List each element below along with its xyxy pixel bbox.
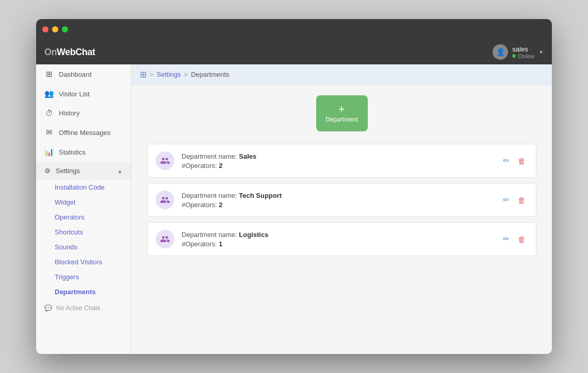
user-status: Online bbox=[512, 53, 534, 59]
delete-department-sales[interactable]: 🗑 bbox=[516, 154, 528, 167]
dept-name-value-sales: Sales bbox=[239, 152, 256, 160]
dept-ops-value-tech: 2 bbox=[219, 201, 222, 209]
no-chats-label: No Active Chats bbox=[56, 304, 100, 312]
dept-info-sales: Department name: Sales #Operators: 2 bbox=[182, 152, 494, 169]
group-icon-tech bbox=[160, 195, 170, 205]
dept-actions-logistics: ✏ 🗑 bbox=[501, 232, 528, 246]
status-indicator bbox=[512, 54, 516, 58]
sidebar-item-sounds[interactable]: Sounds bbox=[36, 240, 131, 255]
add-department-label: Department bbox=[325, 116, 358, 123]
sidebar-item-visitor-list[interactable]: 👥 Visitor List bbox=[36, 84, 131, 104]
main-layout: ⊞ Dashboard 👥 Visitor List ⏱ History ✉ O… bbox=[36, 64, 552, 354]
dept-ops-row-tech-support: #Operators: 2 bbox=[182, 201, 494, 209]
sidebar-label-statistics: Statistics bbox=[59, 148, 86, 156]
sidebar-settings-label: Settings bbox=[56, 167, 80, 175]
breadcrumb-sep-2: > bbox=[184, 71, 188, 78]
sidebar-label-dashboard: Dashboard bbox=[59, 71, 92, 78]
breadcrumb-home-icon[interactable]: ⊞ bbox=[140, 70, 146, 79]
dept-name-row-sales: Department name: Sales bbox=[182, 152, 494, 160]
breadcrumb-settings[interactable]: Settings bbox=[157, 71, 181, 78]
titlebar bbox=[36, 19, 552, 40]
dept-ops-label-sales: #Operators: bbox=[182, 162, 217, 169]
sidebar-item-widget[interactable]: Widget bbox=[36, 195, 131, 210]
dept-name-value-logistics: Logistics bbox=[239, 231, 268, 239]
maximize-button[interactable] bbox=[62, 26, 68, 32]
sidebar-item-installation-code[interactable]: Installation Code bbox=[36, 180, 131, 195]
sidebar-item-shortcuts[interactable]: Shortcuts bbox=[36, 225, 131, 240]
history-icon: ⏱ bbox=[44, 109, 54, 117]
sidebar: ⊞ Dashboard 👥 Visitor List ⏱ History ✉ O… bbox=[36, 64, 132, 354]
settings-sub-items: Installation Code Widget Operators Short… bbox=[36, 180, 131, 299]
dept-ops-label-logistics: #Operators: bbox=[182, 240, 217, 248]
logo-main: WebChat bbox=[57, 47, 95, 57]
dept-ops-row-logistics: #Operators: 1 bbox=[182, 240, 494, 248]
dashboard-icon: ⊞ bbox=[44, 70, 54, 79]
edit-department-sales[interactable]: ✏ bbox=[501, 154, 512, 167]
settings-icon: ⚙ bbox=[44, 167, 51, 175]
dept-name-label-logistics: Department name: bbox=[182, 231, 237, 239]
app-header: OnWebChat 👤 sales Online ▼ bbox=[36, 40, 552, 64]
sidebar-item-offline-messages[interactable]: ✉ Offline Messages bbox=[36, 123, 131, 142]
dept-name-row-logistics: Department name: Logistics bbox=[182, 231, 494, 239]
content-body: + Department Departmen bbox=[132, 85, 552, 354]
dept-name-label-sales: Department name: bbox=[182, 152, 237, 160]
department-card-tech-support: Department name: Tech Support #Operators… bbox=[147, 183, 536, 217]
app-logo: OnWebChat bbox=[44, 47, 95, 58]
dept-actions-tech-support: ✏ 🗑 bbox=[501, 193, 528, 207]
chat-icon: 💬 bbox=[44, 304, 52, 312]
dept-actions-sales: ✏ 🗑 bbox=[501, 154, 528, 167]
user-name: sales bbox=[512, 45, 534, 53]
department-card-sales: Department name: Sales #Operators: 2 ✏ 🗑 bbox=[147, 144, 536, 178]
breadcrumb-current: Departments bbox=[191, 71, 229, 78]
dept-ops-value-sales: 2 bbox=[219, 162, 222, 169]
departments-list: Department name: Sales #Operators: 2 ✏ 🗑 bbox=[147, 144, 536, 256]
dept-ops-value-logistics: 1 bbox=[219, 240, 222, 248]
sidebar-item-operators[interactable]: Operators bbox=[36, 210, 131, 225]
breadcrumb: ⊞ > Settings > Departments bbox=[132, 64, 552, 85]
user-dropdown-icon[interactable]: ▼ bbox=[538, 49, 544, 55]
group-icon bbox=[160, 156, 170, 166]
dept-name-label-tech: Department name: bbox=[182, 192, 237, 199]
window-controls bbox=[42, 26, 68, 32]
breadcrumb-sep-1: > bbox=[150, 71, 154, 78]
plus-icon: + bbox=[338, 104, 345, 115]
chevron-up-icon: ▲ bbox=[117, 168, 123, 174]
statistics-icon: 📊 bbox=[44, 147, 54, 157]
sidebar-label-offline-messages: Offline Messages bbox=[59, 129, 110, 137]
edit-department-tech[interactable]: ✏ bbox=[501, 193, 512, 207]
status-label: Online bbox=[518, 53, 534, 59]
user-info: sales Online bbox=[512, 45, 534, 59]
dept-name-value-tech: Tech Support bbox=[239, 192, 282, 199]
sidebar-no-chats: 💬 No Active Chats bbox=[36, 299, 131, 317]
sidebar-item-triggers[interactable]: Triggers bbox=[36, 269, 131, 284]
content-area: ⊞ > Settings > Departments + Department bbox=[132, 64, 552, 354]
sidebar-item-dashboard[interactable]: ⊞ Dashboard bbox=[36, 64, 131, 84]
sidebar-item-blocked-visitors[interactable]: Blocked Visitors bbox=[36, 255, 131, 269]
sidebar-item-departments[interactable]: Departments bbox=[36, 284, 131, 299]
user-menu[interactable]: 👤 sales Online ▼ bbox=[493, 44, 544, 60]
close-button[interactable] bbox=[42, 26, 48, 32]
visitor-list-icon: 👥 bbox=[44, 89, 54, 98]
group-icon-logistics bbox=[160, 234, 170, 244]
sidebar-settings-header[interactable]: ⚙ Settings ▲ bbox=[36, 162, 131, 180]
delete-department-tech[interactable]: 🗑 bbox=[516, 193, 528, 207]
sidebar-item-history[interactable]: ⏱ History bbox=[36, 104, 131, 123]
delete-department-logistics[interactable]: 🗑 bbox=[516, 232, 528, 246]
sidebar-label-history: History bbox=[59, 109, 79, 117]
dept-ops-label-tech: #Operators: bbox=[182, 201, 217, 209]
dept-ops-row-sales: #Operators: 2 bbox=[182, 162, 494, 169]
avatar: 👤 bbox=[493, 44, 508, 60]
offline-messages-icon: ✉ bbox=[44, 128, 54, 137]
dept-icon-logistics bbox=[156, 230, 174, 248]
dept-name-row-tech-support: Department name: Tech Support bbox=[182, 192, 494, 199]
dept-icon-tech-support bbox=[156, 191, 174, 209]
app-window: OnWebChat 👤 sales Online ▼ ⊞ Dashboard 👥 bbox=[36, 19, 552, 354]
sidebar-label-visitor-list: Visitor List bbox=[59, 90, 90, 98]
logo-prefix: On bbox=[44, 47, 57, 57]
sidebar-item-statistics[interactable]: 📊 Statistics bbox=[36, 142, 131, 162]
edit-department-logistics[interactable]: ✏ bbox=[501, 232, 512, 246]
add-department-button[interactable]: + Department bbox=[316, 95, 368, 131]
department-card-logistics: Department name: Logistics #Operators: 1… bbox=[147, 222, 536, 256]
dept-icon-sales bbox=[156, 151, 174, 170]
minimize-button[interactable] bbox=[52, 26, 58, 32]
